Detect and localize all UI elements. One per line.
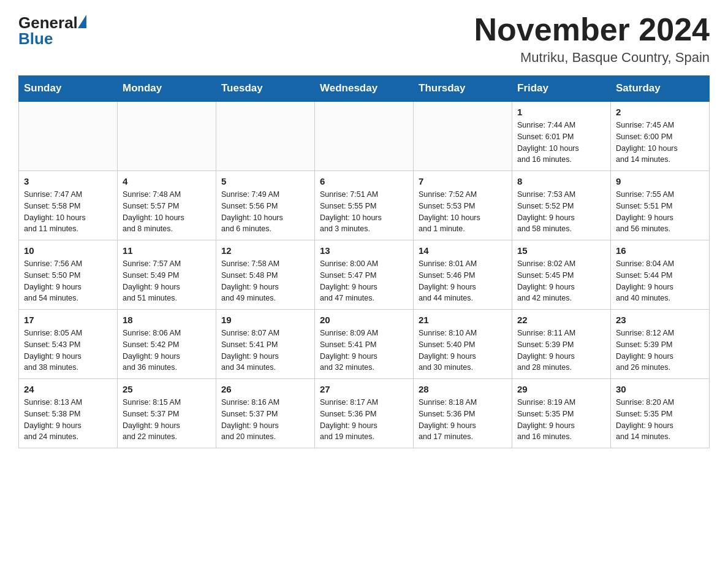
day-header-tuesday: Tuesday <box>216 76 315 102</box>
day-number: 3 <box>24 176 112 186</box>
day-number: 26 <box>221 384 309 394</box>
day-info: Sunrise: 8:07 AM Sunset: 5:41 PM Dayligh… <box>221 327 309 373</box>
calendar-cell: 25Sunrise: 8:15 AM Sunset: 5:37 PM Dayli… <box>118 379 216 448</box>
calendar-cell: 12Sunrise: 7:58 AM Sunset: 5:48 PM Dayli… <box>216 240 315 310</box>
calendar-cell: 17Sunrise: 8:05 AM Sunset: 5:43 PM Dayli… <box>19 310 118 379</box>
calendar-cell <box>216 101 315 171</box>
day-info: Sunrise: 7:55 AM Sunset: 5:51 PM Dayligh… <box>616 189 704 235</box>
calendar-cell: 13Sunrise: 8:00 AM Sunset: 5:47 PM Dayli… <box>315 240 414 310</box>
day-info: Sunrise: 8:00 AM Sunset: 5:47 PM Dayligh… <box>320 258 408 304</box>
day-number: 2 <box>616 107 704 117</box>
calendar-cell: 27Sunrise: 8:17 AM Sunset: 5:36 PM Dayli… <box>315 379 414 448</box>
day-number: 4 <box>123 176 211 186</box>
calendar-cell: 14Sunrise: 8:01 AM Sunset: 5:46 PM Dayli… <box>414 240 512 310</box>
day-header-thursday: Thursday <box>414 76 512 102</box>
subtitle: Mutriku, Basque Country, Spain <box>474 50 710 66</box>
day-info: Sunrise: 7:58 AM Sunset: 5:48 PM Dayligh… <box>221 258 309 304</box>
day-info: Sunrise: 8:04 AM Sunset: 5:44 PM Dayligh… <box>616 258 704 304</box>
title-block: November 2024 Mutriku, Basque Country, S… <box>474 12 710 66</box>
day-number: 21 <box>419 315 507 325</box>
day-info: Sunrise: 7:44 AM Sunset: 6:01 PM Dayligh… <box>517 120 605 166</box>
calendar-table: SundayMondayTuesdayWednesdayThursdayFrid… <box>18 75 710 448</box>
logo: General Blue <box>18 12 88 47</box>
calendar-cell: 21Sunrise: 8:10 AM Sunset: 5:40 PM Dayli… <box>414 310 512 379</box>
day-header-wednesday: Wednesday <box>315 76 414 102</box>
calendar-cell: 16Sunrise: 8:04 AM Sunset: 5:44 PM Dayli… <box>611 240 710 310</box>
day-header-sunday: Sunday <box>19 76 118 102</box>
calendar-week-row: 10Sunrise: 7:56 AM Sunset: 5:50 PM Dayli… <box>19 240 710 310</box>
calendar-cell: 26Sunrise: 8:16 AM Sunset: 5:37 PM Dayli… <box>216 379 315 448</box>
calendar-week-row: 1Sunrise: 7:44 AM Sunset: 6:01 PM Daylig… <box>19 101 710 171</box>
day-number: 7 <box>419 176 507 186</box>
day-info: Sunrise: 8:16 AM Sunset: 5:37 PM Dayligh… <box>221 397 309 443</box>
day-info: Sunrise: 8:05 AM Sunset: 5:43 PM Dayligh… <box>24 327 112 373</box>
calendar-cell <box>118 101 216 171</box>
day-number: 6 <box>320 176 408 186</box>
day-header-friday: Friday <box>512 76 611 102</box>
calendar-cell: 15Sunrise: 8:02 AM Sunset: 5:45 PM Dayli… <box>512 240 611 310</box>
calendar-cell: 7Sunrise: 7:52 AM Sunset: 5:53 PM Daylig… <box>414 171 512 240</box>
day-number: 17 <box>24 315 112 325</box>
calendar-cell: 20Sunrise: 8:09 AM Sunset: 5:41 PM Dayli… <box>315 310 414 379</box>
calendar-cell: 9Sunrise: 7:55 AM Sunset: 5:51 PM Daylig… <box>611 171 710 240</box>
day-number: 13 <box>320 245 408 256</box>
day-info: Sunrise: 7:51 AM Sunset: 5:55 PM Dayligh… <box>320 189 408 235</box>
calendar-cell <box>19 101 118 171</box>
day-number: 1 <box>517 107 605 117</box>
day-number: 19 <box>221 315 309 325</box>
logo-triangle-icon <box>78 15 86 28</box>
day-info: Sunrise: 7:47 AM Sunset: 5:58 PM Dayligh… <box>24 189 112 235</box>
calendar-cell <box>414 101 512 171</box>
day-info: Sunrise: 8:20 AM Sunset: 5:35 PM Dayligh… <box>616 397 704 443</box>
day-number: 30 <box>616 384 704 394</box>
calendar-cell: 28Sunrise: 8:18 AM Sunset: 5:36 PM Dayli… <box>414 379 512 448</box>
day-number: 5 <box>221 176 309 186</box>
day-number: 12 <box>221 245 309 256</box>
day-number: 27 <box>320 384 408 394</box>
logo-general-text: General <box>18 15 78 31</box>
day-info: Sunrise: 8:18 AM Sunset: 5:36 PM Dayligh… <box>419 397 507 443</box>
day-info: Sunrise: 8:10 AM Sunset: 5:40 PM Dayligh… <box>419 327 507 373</box>
calendar-cell: 18Sunrise: 8:06 AM Sunset: 5:42 PM Dayli… <box>118 310 216 379</box>
calendar-cell: 19Sunrise: 8:07 AM Sunset: 5:41 PM Dayli… <box>216 310 315 379</box>
day-info: Sunrise: 8:15 AM Sunset: 5:37 PM Dayligh… <box>123 397 211 443</box>
day-number: 16 <box>616 245 704 256</box>
day-info: Sunrise: 8:11 AM Sunset: 5:39 PM Dayligh… <box>517 327 605 373</box>
calendar-cell: 29Sunrise: 8:19 AM Sunset: 5:35 PM Dayli… <box>512 379 611 448</box>
day-info: Sunrise: 8:01 AM Sunset: 5:46 PM Dayligh… <box>419 258 507 304</box>
calendar-cell: 2Sunrise: 7:45 AM Sunset: 6:00 PM Daylig… <box>611 101 710 171</box>
day-info: Sunrise: 8:06 AM Sunset: 5:42 PM Dayligh… <box>123 327 211 373</box>
day-info: Sunrise: 8:02 AM Sunset: 5:45 PM Dayligh… <box>517 258 605 304</box>
calendar-cell: 30Sunrise: 8:20 AM Sunset: 5:35 PM Dayli… <box>611 379 710 448</box>
day-info: Sunrise: 8:17 AM Sunset: 5:36 PM Dayligh… <box>320 397 408 443</box>
day-number: 28 <box>419 384 507 394</box>
day-info: Sunrise: 7:53 AM Sunset: 5:52 PM Dayligh… <box>517 189 605 235</box>
day-info: Sunrise: 8:19 AM Sunset: 5:35 PM Dayligh… <box>517 397 605 443</box>
day-info: Sunrise: 7:56 AM Sunset: 5:50 PM Dayligh… <box>24 258 112 304</box>
day-number: 14 <box>419 245 507 256</box>
day-header-saturday: Saturday <box>611 76 710 102</box>
day-number: 8 <box>517 176 605 186</box>
calendar-cell: 10Sunrise: 7:56 AM Sunset: 5:50 PM Dayli… <box>19 240 118 310</box>
calendar-cell: 8Sunrise: 7:53 AM Sunset: 5:52 PM Daylig… <box>512 171 611 240</box>
day-number: 22 <box>517 315 605 325</box>
day-number: 11 <box>123 245 211 256</box>
day-info: Sunrise: 8:13 AM Sunset: 5:38 PM Dayligh… <box>24 397 112 443</box>
day-number: 15 <box>517 245 605 256</box>
logo-blue-text: Blue <box>18 31 53 47</box>
day-number: 10 <box>24 245 112 256</box>
calendar-cell: 3Sunrise: 7:47 AM Sunset: 5:58 PM Daylig… <box>19 171 118 240</box>
calendar-week-row: 17Sunrise: 8:05 AM Sunset: 5:43 PM Dayli… <box>19 310 710 379</box>
day-number: 25 <box>123 384 211 394</box>
day-number: 20 <box>320 315 408 325</box>
day-number: 24 <box>24 384 112 394</box>
day-info: Sunrise: 7:52 AM Sunset: 5:53 PM Dayligh… <box>419 189 507 235</box>
calendar-cell: 4Sunrise: 7:48 AM Sunset: 5:57 PM Daylig… <box>118 171 216 240</box>
calendar-cell: 24Sunrise: 8:13 AM Sunset: 5:38 PM Dayli… <box>19 379 118 448</box>
day-info: Sunrise: 8:09 AM Sunset: 5:41 PM Dayligh… <box>320 327 408 373</box>
calendar-cell: 11Sunrise: 7:57 AM Sunset: 5:49 PM Dayli… <box>118 240 216 310</box>
day-info: Sunrise: 7:49 AM Sunset: 5:56 PM Dayligh… <box>221 189 309 235</box>
calendar-cell: 23Sunrise: 8:12 AM Sunset: 5:39 PM Dayli… <box>611 310 710 379</box>
day-header-monday: Monday <box>118 76 216 102</box>
calendar-week-row: 3Sunrise: 7:47 AM Sunset: 5:58 PM Daylig… <box>19 171 710 240</box>
